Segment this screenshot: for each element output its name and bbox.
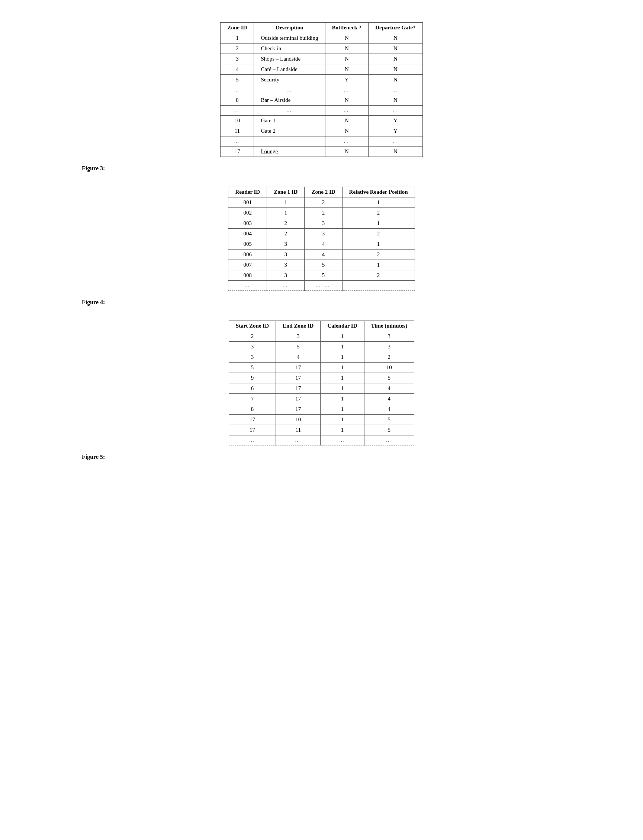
start-cell: 9: [229, 373, 276, 383]
figure3-table-wrapper: Zone ID Description Bottleneck ? Departu…: [74, 22, 569, 161]
description-cell: Gate 1: [254, 116, 325, 126]
zone1-cell: 1: [267, 208, 305, 218]
col-time: Time (minutes): [364, 321, 414, 331]
zone1-cell: 3: [267, 260, 305, 270]
time-cell: 5: [364, 373, 414, 383]
zone2-cell: 2: [305, 208, 342, 218]
departure-cell: N: [369, 33, 423, 44]
table-row: 5 17 1 10: [229, 362, 414, 373]
end-cell: 11: [276, 425, 321, 435]
table-row: 17 10 1 5: [229, 414, 414, 425]
dots-cell: ..: [369, 106, 423, 116]
dots-cell: [254, 137, 325, 147]
reader-id-cell: 004: [228, 229, 267, 239]
departure-cell: N: [369, 54, 423, 64]
position-cell: 2: [342, 229, 415, 239]
bottleneck-cell: N: [325, 126, 369, 137]
table-row: 10 Gate 1 N Y: [220, 116, 423, 126]
zone-id-cell: 4: [220, 64, 254, 75]
start-cell: 7: [229, 394, 276, 404]
dots-cell: …: [254, 85, 325, 95]
calendar-cell: 1: [321, 394, 364, 404]
zone1-cell: 2: [267, 229, 305, 239]
position-cell: 1: [342, 197, 415, 208]
figure4-table-wrapper: Reader ID Zone 1 ID Zone 2 ID Relative R…: [74, 187, 569, 295]
col-reader-id: Reader ID: [228, 187, 267, 197]
col-description: Description: [254, 23, 325, 33]
dots-cell: …: [220, 137, 254, 147]
position-cell: 1: [342, 218, 415, 229]
dots-cell: [342, 281, 415, 291]
reader-id-cell: 008: [228, 270, 267, 281]
zone-id-cell: 17: [220, 147, 254, 157]
table-row: 5 Security Y N: [220, 75, 423, 85]
description-cell: Lounge: [254, 147, 325, 157]
position-cell: 2: [342, 270, 415, 281]
col-relative-position: Relative Reader Position: [342, 187, 415, 197]
col-calendar-id: Calendar ID: [321, 321, 364, 331]
bottleneck-cell: N: [325, 54, 369, 64]
end-cell: 3: [276, 331, 321, 342]
table-row: 1 Outside terminal building N N: [220, 33, 423, 44]
dots-row: … … … …: [228, 281, 415, 291]
calendar-cell: 1: [321, 414, 364, 425]
col-zone-id: Zone ID: [220, 23, 254, 33]
bottleneck-cell: N: [325, 44, 369, 54]
dots-cell: …: [364, 435, 414, 445]
description-cell: Check-in: [254, 44, 325, 54]
table-row: 7 17 1 4: [229, 394, 414, 404]
position-cell: 2: [342, 208, 415, 218]
start-cell: 17: [229, 414, 276, 425]
reader-id-cell: 006: [228, 250, 267, 260]
figure3-header-row: Zone ID Description Bottleneck ? Departu…: [220, 23, 423, 33]
description-cell: Outside terminal building: [254, 33, 325, 44]
end-cell: 17: [276, 362, 321, 373]
time-cell: 10: [364, 362, 414, 373]
zone1-cell: 3: [267, 270, 305, 281]
departure-cell: N: [369, 75, 423, 85]
time-cell: 5: [364, 425, 414, 435]
table-row: 11 Gate 2 N Y: [220, 126, 423, 137]
departure-cell: N: [369, 64, 423, 75]
time-cell: 5: [364, 414, 414, 425]
position-cell: 1: [342, 239, 415, 250]
table-row: 3 4 1 2: [229, 352, 414, 362]
zone-id-cell: 11: [220, 126, 254, 137]
dots-cell: … …: [305, 281, 342, 291]
bottleneck-cell: Y: [325, 75, 369, 85]
table-row: 001 1 2 1: [228, 197, 415, 208]
description-cell: Security: [254, 75, 325, 85]
calendar-cell: 1: [321, 383, 364, 394]
col-departure: Departure Gate?: [369, 23, 423, 33]
departure-cell: N: [369, 147, 423, 157]
dots-cell: …: [325, 106, 369, 116]
dots-row: .. … … ..: [220, 106, 423, 116]
figure4-header-row: Reader ID Zone 1 ID Zone 2 ID Relative R…: [228, 187, 415, 197]
figure5-table: Start Zone ID End Zone ID Calendar ID Ti…: [229, 321, 414, 445]
zone-id-cell: 10: [220, 116, 254, 126]
table-row: 17 11 1 5: [229, 425, 414, 435]
departure-cell: N: [369, 95, 423, 106]
col-zone2-id: Zone 2 ID: [305, 187, 342, 197]
table-row: 6 17 1 4: [229, 383, 414, 394]
time-cell: 3: [364, 342, 414, 352]
time-cell: 4: [364, 383, 414, 394]
bottleneck-cell: N: [325, 147, 369, 157]
figure5-header-row: Start Zone ID End Zone ID Calendar ID Ti…: [229, 321, 414, 331]
table-row: 2 3 1 3: [229, 331, 414, 342]
table-row: 8 17 1 4: [229, 404, 414, 414]
calendar-cell: 1: [321, 373, 364, 383]
zone1-cell: 1: [267, 197, 305, 208]
figure3-table: Zone ID Description Bottleneck ? Departu…: [220, 22, 423, 157]
description-cell: Bar – Airside: [254, 95, 325, 106]
bottleneck-cell: N: [325, 64, 369, 75]
table-row: 004 2 3 2: [228, 229, 415, 239]
table-row: 006 3 4 2: [228, 250, 415, 260]
figure4-section: Reader ID Zone 1 ID Zone 2 ID Relative R…: [74, 187, 569, 306]
zone-id-cell: 2: [220, 44, 254, 54]
departure-cell: Y: [369, 116, 423, 126]
start-cell: 5: [229, 362, 276, 373]
figure4-table: Reader ID Zone 1 ID Zone 2 ID Relative R…: [228, 187, 415, 291]
end-cell: 4: [276, 352, 321, 362]
zone-id-cell: 8: [220, 95, 254, 106]
